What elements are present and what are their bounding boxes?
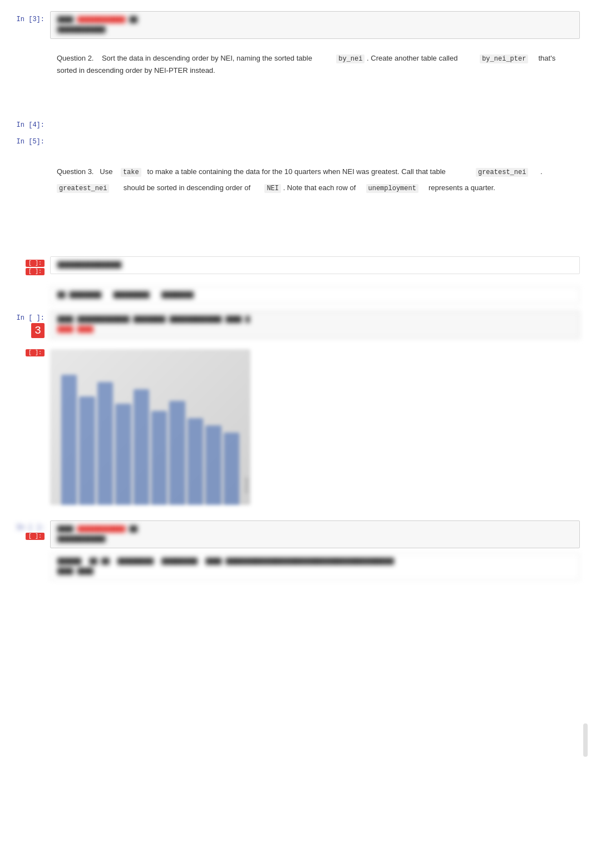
cell-in-5: In [5]: [0, 133, 591, 150]
q3-nei: NEI [264, 184, 281, 193]
bar-1 [61, 375, 77, 505]
q3-text-line1: Question 3. Use take to make a table con… [57, 166, 573, 178]
q3-greatest-nei-2: greatest_nei [57, 184, 109, 193]
bottom-output-text: ██████ ██ ██ █████████ █████████ ████ ██… [57, 557, 573, 567]
bar-9 [205, 425, 221, 505]
cell-bottom-in: In [ ]: [ ]: ████ ████████████ ██ ██████… [0, 520, 591, 550]
bottom-out-tag: [ ]: [26, 533, 45, 540]
bar-4 [115, 404, 131, 505]
cell-bottom-out: ██████ ██ ██ █████████ █████████ ████ ██… [0, 553, 591, 583]
bottom-output-text-2: ████ ████ [57, 567, 573, 577]
q3-text-mid2: should be sorted in descending order of [111, 183, 263, 192]
chart-output [50, 345, 580, 509]
code-line-1: ████ ████████████ ██ [57, 15, 573, 25]
code-cell-3[interactable]: ████ ████████████ ██ ████████████ [50, 11, 580, 39]
q3-text-mid3: . Note that each row of [283, 183, 364, 192]
bottom-output-cell: ██████ ██ ██ █████████ █████████ ████ ██… [50, 553, 580, 581]
bar-8 [188, 418, 203, 505]
bottom-code-blurred: ████ ████████████ ██ [57, 524, 573, 534]
cell-output-desc: ██ ████████ █████████ ████████ [0, 286, 591, 306]
input-row-cell: ████ █████████████ ████████ ████████████… [50, 311, 580, 339]
bar-5 [134, 389, 149, 505]
cell-group-out1: [ ]: [ ]: ████████████████ [0, 256, 591, 280]
prompt-bottom-out [0, 553, 50, 562]
out-label-1: [ ]: [26, 268, 45, 275]
markdown-q2: Question 2. Sort the data in descending … [50, 48, 580, 81]
input-code-blurred-2: ████ ████ [57, 325, 573, 335]
prompt-markdown-q2 [0, 48, 50, 57]
cell-in-row: In [ ]: 3 ████ █████████████ ████████ ██… [0, 311, 591, 343]
bottom-code-blurred-2: ████████████ [57, 534, 573, 544]
spacer-3 [0, 201, 591, 256]
output-cell-1: ████████████████ [50, 256, 580, 274]
chart-out-tag: [ ]: [26, 349, 45, 356]
q3-unemployment: unemployment [366, 184, 418, 193]
q2-text-start: Question 2. Sort the data in descending … [57, 54, 334, 62]
out-tag-1: [ ]: [26, 260, 45, 267]
cell-out-tag1: [ ]: [ ]: ████████████████ [0, 256, 591, 280]
prompt-output-desc [0, 286, 50, 295]
empty-cell-4 [50, 117, 580, 130]
q2-by-nei-pter: by_nei_pter [480, 54, 528, 63]
prompt-bottom: In [ ]: [ ]: [0, 520, 50, 544]
output-desc-text: ██ ████████ █████████ ████████ [57, 290, 573, 300]
prompt-out-1: [ ]: [ ]: [0, 256, 50, 280]
prompt-in-4: In [4]: [0, 117, 50, 133]
cell-in-3: In [3]: ████ ████████████ ██ ███████████… [0, 11, 591, 41]
bottom-input-cell[interactable]: ████ ████████████ ██ ████████████ [50, 520, 580, 548]
q3-greatest-nei: greatest_nei [476, 168, 528, 177]
cell-in-4: In [4]: [0, 117, 591, 133]
in-label-5: In [5]: [17, 138, 45, 146]
page-scrollbar[interactable] [583, 723, 588, 757]
spacer-1 [0, 83, 591, 117]
q2-text-end: that's [530, 54, 555, 62]
prompt-chart: [ ]: [0, 345, 50, 361]
spacer-bottom [0, 589, 591, 645]
spacer-2 [0, 150, 591, 161]
chart-visualization [50, 349, 250, 505]
q3-period: . [530, 167, 543, 176]
in-row-label: In [ ]: [17, 314, 45, 322]
cell-chart-row: [ ]: [0, 345, 591, 509]
in-label-3: In [3]: [17, 16, 45, 23]
q3-text-mid: to make a table containing the data for … [143, 167, 474, 176]
q3-take: take [121, 168, 141, 177]
q2-text: Question 2. Sort the data in descending … [57, 52, 573, 77]
bottom-in-label: In [ ]: [17, 524, 45, 532]
cell-markdown-q2: Question 2. Sort the data in descending … [0, 48, 591, 83]
prompt-in-row: In [ ]: 3 [0, 311, 50, 343]
bar-3 [97, 382, 113, 505]
spacer-4 [0, 509, 591, 520]
q3-text-start: Question 3. Use [57, 167, 119, 176]
in-label-4: In [4]: [17, 121, 45, 129]
notebook: In [3]: ████ ████████████ ██ ███████████… [0, 0, 591, 656]
prompt-in-3: In [3]: [0, 11, 50, 28]
q2-text-end2: sorted in descending order by NEI-PTER i… [57, 66, 215, 75]
output-line-blurred: ████████████████ [57, 260, 573, 270]
bar-7 [169, 401, 185, 505]
q2-by-nei: by_nei [336, 54, 365, 63]
empty-cell-5 [50, 133, 580, 147]
in-row-tag: 3 [31, 323, 45, 338]
bar-6 [151, 411, 167, 505]
output-desc-cell: ██ ████████ █████████ ████████ [50, 286, 580, 304]
prompt-markdown-q3 [0, 161, 50, 170]
chart-scrollbar [245, 477, 248, 494]
markdown-q3: Question 3. Use take to make a table con… [50, 161, 580, 199]
chart-bars [50, 349, 250, 505]
cell-group-bottom: In [ ]: [ ]: ████ ████████████ ██ ██████… [0, 520, 591, 583]
q3-text-end: represents a quarter. [421, 183, 495, 192]
code-line-2: ████████████ [57, 25, 573, 35]
bar-2 [79, 396, 95, 505]
prompt-in-5: In [5]: [0, 133, 50, 150]
cell-group-3: In [3]: ████ ████████████ ██ ███████████… [0, 11, 591, 41]
bar-10 [224, 433, 239, 505]
cell-markdown-q3: Question 3. Use take to make a table con… [0, 161, 591, 201]
q3-text-line2: greatest_nei should be sorted in descend… [57, 182, 573, 194]
q2-text-mid: . Create another table called [367, 54, 477, 62]
input-code-blurred-1: ████ █████████████ ████████ ████████████… [57, 315, 573, 325]
